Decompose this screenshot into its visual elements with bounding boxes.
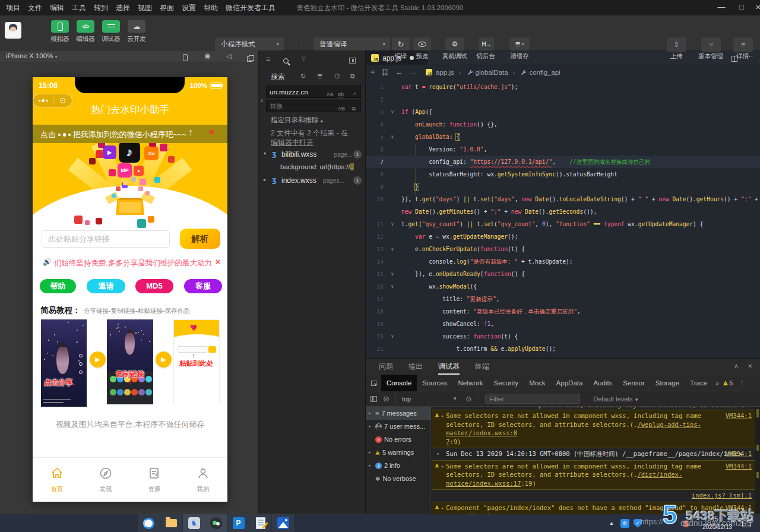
tray-expand-icon[interactable]: ▲ — [607, 514, 616, 532]
debugger-tab-问题[interactable]: 问题 — [379, 359, 393, 375]
avatar[interactable] — [5, 22, 21, 39]
phone-icon[interactable] — [183, 53, 188, 64]
whole-word-icon[interactable]: ab — [338, 88, 344, 101]
debugger-tab-调试器[interactable]: 调试器 — [438, 359, 460, 375]
console-filter-7 messages[interactable]: ▸≡7 messages — [366, 407, 431, 420]
phone-button-邀请[interactable]: 邀请 — [87, 279, 125, 293]
collapse-debugger-icon[interactable]: ∧ — [734, 362, 739, 370]
float-window-icon[interactable] — [247, 53, 252, 64]
clear-cache-button[interactable]: ≣▾ — [509, 37, 530, 50]
explorer-icon[interactable]: ≡ — [266, 55, 271, 64]
phone-button-帮助[interactable]: 帮助 — [40, 279, 76, 293]
source-link[interactable]: 7 — [446, 438, 449, 445]
compile-button[interactable]: ↻ — [392, 37, 410, 50]
collapse-panel-icon[interactable] — [349, 55, 356, 66]
vm-link[interactable]: VM344:1 — [726, 462, 752, 471]
source-link[interactable]: index.js? [sm]:1 — [692, 491, 752, 500]
back-icon[interactable]: ← — [395, 68, 403, 77]
devtools-tab-Security[interactable]: Security — [489, 375, 524, 391]
clear-results-icon[interactable]: ≣ — [317, 72, 322, 80]
vm-link[interactable]: VM344:1 — [726, 411, 752, 420]
source-link[interactable]: /weplug-add-tips-master/index.wxss:8 — [446, 421, 701, 437]
exit-icon[interactable] — [53, 98, 72, 103]
phone-tab-我的[interactable]: 我的 — [185, 466, 221, 493]
bookmark-icon[interactable] — [382, 68, 388, 76]
devtools-tab-Console[interactable]: Console — [381, 375, 417, 391]
minimize-button[interactable]: — — [712, 0, 730, 15]
console-filter-7 user mess...[interactable]: ▸7 user mess... — [366, 420, 431, 433]
taskbar-qq-browser[interactable] — [138, 514, 160, 532]
debugger-tab-输出[interactable]: 输出 — [408, 359, 423, 375]
more-tabs-icon[interactable]: » — [712, 379, 722, 387]
remote-debug-button[interactable]: ⚙ — [445, 37, 464, 50]
device-select[interactable]: iPhone X 100% ▾ — [6, 52, 58, 59]
devtools-tab-Sources[interactable]: Sources — [417, 375, 452, 391]
devtools-tab-Storage[interactable]: Storage — [650, 375, 685, 391]
tray-sogou-icon[interactable]: S — [680, 514, 691, 532]
close-button[interactable]: × — [749, 0, 760, 15]
toggle-replace-icon[interactable]: ∨ — [260, 98, 264, 103]
console-filter-No verbose[interactable]: ✱No verbose — [366, 472, 431, 485]
open-in-editor-link[interactable]: 编辑器中打开 — [271, 138, 314, 147]
outline-icon[interactable]: ≡ — [370, 68, 375, 77]
phone-button-客服[interactable]: 客服 — [184, 279, 222, 293]
search-details-toggle[interactable]: 指定目录和排除 ▴ — [271, 116, 323, 125]
upload-button[interactable]: ⇧ — [667, 37, 686, 52]
devtools-menu-icon[interactable]: ⋮ — [735, 379, 749, 387]
toolbar-云开发[interactable]: ☁云开发 — [121, 20, 152, 43]
maximize-button[interactable]: □ — [733, 0, 750, 15]
forward-icon[interactable]: → — [409, 68, 417, 77]
tray-shield-icon[interactable]: ✓ — [632, 514, 644, 532]
console-scrollbar[interactable] — [755, 407, 760, 514]
context-select[interactable]: top — [402, 395, 411, 403]
search-result-match[interactable]: background: url(https://.. — [259, 161, 366, 174]
code-area[interactable]: ⋯1var t = require("utils/cache.js");23∨i… — [366, 79, 760, 358]
git-icon[interactable]: ⑂ — [302, 55, 306, 63]
taskbar-notepad[interactable] — [249, 514, 271, 532]
record-icon[interactable]: ◉ — [204, 52, 210, 60]
taskbar-clock[interactable]: 15:02020/12/13 — [699, 515, 735, 531]
vm-link[interactable]: VM344:1 — [726, 504, 752, 512]
notice-close-icon[interactable]: × — [216, 257, 220, 267]
share-link-input[interactable]: 此处粘贴分享链接 — [42, 230, 170, 248]
preview-button[interactable] — [413, 37, 431, 50]
to-background-button[interactable]: H→ — [479, 37, 494, 50]
console-sidebar-icon[interactable] — [370, 394, 377, 404]
log-levels-select[interactable]: Default levels ▼ — [593, 395, 639, 403]
console-filter-5 warnings[interactable]: ▸5 warnings — [366, 446, 431, 459]
new-search-icon[interactable]: 🗋 — [334, 72, 341, 80]
devtools-tab-Mock[interactable]: Mock — [524, 375, 550, 391]
devtools-tab-Audits[interactable]: Audits — [588, 375, 618, 391]
version-button[interactable]: ⑂ — [701, 37, 721, 52]
console-filter-input[interactable]: Filter — [485, 394, 580, 404]
banner-close-icon[interactable]: × — [209, 127, 214, 138]
source-link[interactable]: /dist/index-notice/index.wxss:17 — [446, 471, 682, 487]
devtools-tab-Trace[interactable]: Trace — [685, 375, 712, 391]
devtools-tab-Network[interactable]: Network — [452, 375, 488, 391]
match-case-icon[interactable]: Aa — [327, 88, 333, 101]
sound-icon[interactable]: ◁ — [226, 52, 231, 60]
more-icon[interactable] — [33, 99, 53, 102]
taskbar-photos[interactable] — [272, 514, 294, 532]
replace-input[interactable]: 替换 AB ⧉ — [266, 100, 361, 112]
taskbar-explorer[interactable] — [160, 514, 182, 532]
eye-icon[interactable]: ⊙ — [466, 395, 471, 403]
detail-button[interactable]: ≡ — [733, 37, 753, 52]
phone-button-MD5[interactable]: MD5 — [135, 279, 173, 293]
debugger-tab-终端[interactable]: 终端 — [475, 359, 489, 375]
tray-chat-icon[interactable]: ✲ — [619, 514, 631, 532]
preserve-case-icon[interactable]: AB — [338, 103, 345, 115]
taskbar-app[interactable]: ♞ — [183, 514, 205, 532]
regex-icon[interactable]: .* — [352, 88, 356, 101]
devtools-tab-AppData[interactable]: AppData — [551, 375, 588, 391]
search-result-file[interactable]: ▾ʒbilibili.wxsspage...1 — [259, 148, 366, 161]
phone-tab-发现[interactable]: 发现 — [88, 466, 124, 493]
devtools-tab-Sensor[interactable]: Sensor — [618, 375, 650, 391]
compile-select[interactable]: 普通编译▾ — [314, 37, 390, 50]
phone-tab-首页[interactable]: 首页 — [39, 466, 75, 493]
search-icon[interactable] — [283, 55, 289, 66]
taskbar-pycharm[interactable]: P — [227, 514, 249, 532]
taskbar-wechat-devtools[interactable] — [205, 514, 227, 532]
notification-icon[interactable]: 2 — [740, 514, 753, 532]
close-debugger-icon[interactable]: × — [748, 362, 752, 370]
